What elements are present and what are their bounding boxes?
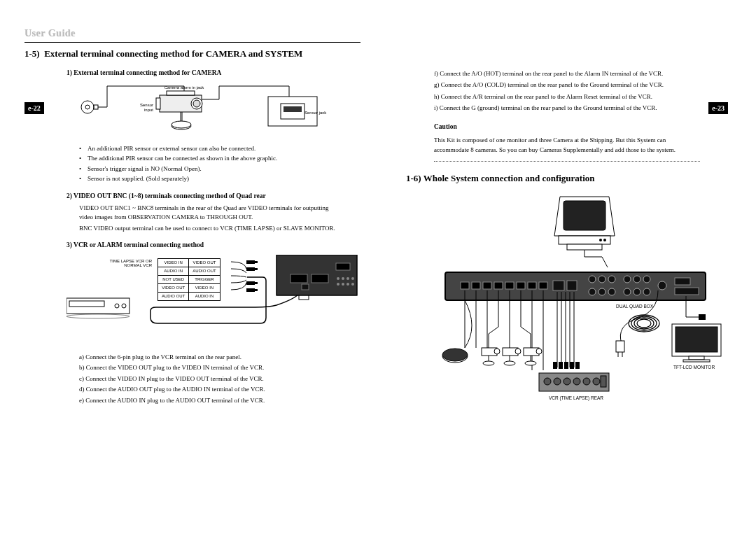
svg-point-106 <box>564 378 570 385</box>
svg-rect-102 <box>575 362 580 369</box>
camera-diagram-svg: Camera alarm in jack Sensor input Sensor… <box>79 83 331 139</box>
bullet-2: The additional PIR sensor can be connect… <box>79 154 346 164</box>
svg-rect-120 <box>676 327 718 352</box>
svg-point-38 <box>351 277 354 280</box>
svg-point-97 <box>525 361 536 365</box>
svg-point-87 <box>494 349 500 354</box>
step-i: i) Connect the G (ground) terminal on th… <box>434 103 700 113</box>
svg-rect-45 <box>559 236 610 244</box>
svg-point-68 <box>634 276 640 283</box>
vcr-pin-table: VIDEO INVIDEO OUT AUDIO INAUDIO OUT NOT … <box>158 258 220 301</box>
svg-point-85 <box>442 349 468 361</box>
svg-point-114 <box>637 319 651 328</box>
bullet-list-1: An additional PIR sensor or external sen… <box>79 144 346 184</box>
svg-point-0 <box>81 101 94 113</box>
svg-point-64 <box>589 288 596 295</box>
svg-point-95 <box>536 349 542 354</box>
svg-point-61 <box>589 276 596 283</box>
section-1-6-title: 1-6) Whole System connection and configu… <box>406 173 728 184</box>
sub-heading-2: 2) VIDEO OUT BNC (1~8) terminals connect… <box>66 191 346 201</box>
system-diagram-svg <box>420 194 728 418</box>
label-vcr-rear: VCR (TIME LAPSE) REAR <box>545 395 608 400</box>
svg-rect-100 <box>564 362 568 369</box>
page-number-left: e-22 <box>24 102 44 114</box>
svg-rect-27 <box>255 289 258 291</box>
svg-rect-122 <box>683 360 710 362</box>
svg-rect-53 <box>483 282 491 289</box>
p2a: VIDEO OUT BNC1 ~ BNC8 terminals in the r… <box>79 204 346 213</box>
dotted-divider <box>434 161 700 162</box>
svg-rect-16 <box>69 301 104 307</box>
svg-point-63 <box>608 276 615 283</box>
step-d: d) Connect the AUDIO OUT plug to the AUD… <box>79 385 346 395</box>
svg-point-91 <box>515 349 521 354</box>
page-number-right: e-23 <box>708 102 728 114</box>
bullet-3: Sensor's trigger signal is NO (Normal Op… <box>79 164 346 174</box>
left-page: User Guide e-22 1-5) External terminal c… <box>0 0 378 534</box>
section-1-5-title: 1-5) External terminal connecting method… <box>24 48 360 59</box>
svg-rect-24 <box>246 281 255 285</box>
step-g: g) Connect the A/O (COLD) terminal on th… <box>434 80 700 90</box>
svg-rect-5 <box>156 98 160 109</box>
svg-point-37 <box>346 277 349 280</box>
svg-point-35 <box>337 277 340 280</box>
svg-rect-57 <box>528 282 536 289</box>
step-e: e) Connect the AUDIO IN plug to the AUDI… <box>79 396 346 406</box>
svg-point-93 <box>504 361 515 365</box>
label-sensor-input-1: Sensor <box>140 103 153 107</box>
svg-rect-33 <box>312 274 328 283</box>
svg-point-19 <box>66 314 130 318</box>
svg-point-47 <box>599 239 602 241</box>
label-sensor-jack: Sensor jack <box>304 111 327 115</box>
svg-rect-98 <box>553 362 557 369</box>
svg-rect-14 <box>284 106 302 112</box>
svg-rect-101 <box>570 362 574 369</box>
whole-system-diagram: DUAL QUAD BOX TFT-LCD MONITOR VCR (TIME … <box>420 194 728 418</box>
svg-point-42 <box>351 283 354 286</box>
svg-rect-54 <box>494 282 503 289</box>
label-cam-jack: Camera alarm in jack <box>164 85 205 90</box>
p2b: video images from OBSERVATION CAMERA to … <box>79 213 346 223</box>
svg-point-109 <box>593 378 600 385</box>
svg-rect-34 <box>336 263 350 270</box>
connection-steps: a) Connect the 6-pin plug to the VCR ter… <box>79 353 346 406</box>
svg-point-73 <box>658 281 666 290</box>
right-page: e-23 f) Connect the A/O (HOT) terminal o… <box>378 0 756 534</box>
svg-rect-55 <box>505 282 514 289</box>
svg-rect-4 <box>167 91 195 95</box>
svg-rect-25 <box>255 282 258 284</box>
svg-point-70 <box>624 288 631 295</box>
connection-steps-continued: f) Connect the A/O (HOT) terminal on the… <box>434 69 700 113</box>
svg-rect-52 <box>472 282 480 289</box>
svg-point-89 <box>483 361 494 365</box>
step-c: c) Connect the VIDEO IN plug to the VIDE… <box>79 374 346 384</box>
svg-point-71 <box>634 288 640 295</box>
svg-rect-74 <box>675 278 690 285</box>
svg-point-41 <box>346 283 349 286</box>
svg-rect-118 <box>699 314 706 320</box>
step-h: h) Connect the A/R terminal on the rear … <box>434 92 700 101</box>
svg-point-108 <box>583 378 590 385</box>
svg-rect-75 <box>675 288 699 295</box>
svg-rect-56 <box>517 282 525 289</box>
svg-point-69 <box>643 276 650 283</box>
svg-rect-23 <box>255 268 258 270</box>
svg-rect-58 <box>539 282 547 289</box>
step-a: a) Connect the 6-pin plug to the VCR ter… <box>79 353 346 363</box>
svg-rect-110 <box>601 376 606 387</box>
svg-point-1 <box>85 105 90 109</box>
svg-rect-26 <box>246 288 255 292</box>
bullet-1: An additional PIR sensor or external sen… <box>79 144 346 154</box>
svg-point-39 <box>337 283 340 286</box>
svg-point-65 <box>598 288 606 295</box>
svg-point-40 <box>342 283 344 286</box>
step-b: b) Connect the VIDEO OUT plug to the VID… <box>79 363 346 373</box>
label-tft-monitor: TFT-LCD MONITOR <box>673 365 715 370</box>
svg-point-62 <box>598 276 606 283</box>
svg-point-11 <box>172 121 191 128</box>
svg-rect-44 <box>564 201 606 230</box>
svg-point-107 <box>573 378 580 385</box>
svg-point-7 <box>193 100 200 107</box>
svg-rect-22 <box>246 267 255 271</box>
step-f: f) Connect the A/O (HOT) terminal on the… <box>434 69 700 78</box>
